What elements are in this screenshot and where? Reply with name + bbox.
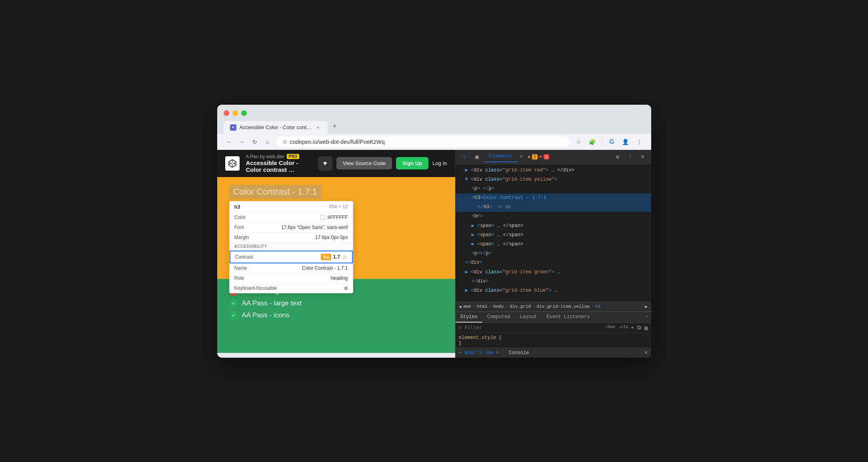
copy-styles-button[interactable]: ⧉ [637, 325, 641, 331]
cls-pseudo-button[interactable]: .cls [618, 325, 628, 331]
breadcrumb-forward[interactable]: ▶ [645, 304, 648, 310]
reload-button[interactable]: ↻ [249, 136, 260, 147]
role-label: Role [234, 275, 244, 281]
html-line[interactable]: <p> </p> [456, 184, 651, 193]
whats-new-button[interactable]: What's new × [465, 350, 499, 356]
contrast-aa-badge: Aa [321, 254, 331, 260]
google-icon[interactable]: G [606, 136, 618, 147]
bottom-close-button[interactable]: × [644, 350, 648, 356]
filter-input[interactable] [465, 325, 602, 331]
contrast-warning-icon: ⚠ [342, 254, 347, 260]
console-button[interactable]: Console [509, 350, 529, 356]
back-button[interactable]: ← [224, 136, 235, 147]
devtools-tabs: Elements » ▲ 2 ■ 1 [484, 151, 610, 162]
page-content: Color Contrast - 1.7:1 h3 454 × 12 Color [217, 177, 455, 353]
login-button[interactable]: Log In [432, 160, 447, 166]
color-value: #FFFFFF [320, 215, 348, 220]
html-line[interactable]: ▶ <span> … </span> [456, 221, 651, 231]
styles-tabs: Styles Computed Layout Event Listeners » [456, 312, 651, 323]
chrome-top: ✦ Accessible Color - Color cont… × + [217, 105, 651, 134]
aa-pass-icons-item: ✓ AA Pass - icons [229, 311, 443, 320]
settings-button[interactable]: ⚙ [612, 151, 623, 162]
aa-pass-icons-text: AA Pass - icons [242, 311, 290, 319]
bottom-bar: ⋯ What's new × Console × [456, 348, 651, 358]
html-line[interactable]: ▶ <div class="grid-item red"> … </div> [456, 166, 651, 175]
devtools-toolbar-right: ⚙ ⋮ ✕ [612, 151, 648, 162]
three-dot-menu[interactable]: ⋯ [459, 350, 462, 356]
add-style-button[interactable]: + [631, 325, 634, 331]
error-count: 1 [544, 154, 549, 159]
devtools-close-button[interactable]: ✕ [638, 151, 648, 162]
cp-title-area: A Pen by web.dev PRO Accessible Color - … [246, 154, 312, 173]
browser-content: A Pen by web.dev PRO Accessible Color - … [217, 150, 651, 358]
extensions-button[interactable]: 🧩 [587, 136, 598, 147]
heart-icon: ♥ [323, 160, 327, 167]
html-line[interactable]: </div> [456, 258, 651, 267]
more-options-button[interactable]: ⋮ [625, 151, 636, 162]
url-bar[interactable]: ⊙ codepen.io/web-dot-dev/full/PoeKzWq [276, 136, 570, 147]
maximize-button[interactable] [241, 110, 247, 116]
contrast-value-group: Aa 1.7 ⚠ [321, 254, 347, 260]
html-line[interactable]: ▶ <span> … </span> [456, 231, 651, 240]
cp-actions: ♥ View Source Code Sign Up Log In [318, 156, 447, 171]
styles-tabs-more[interactable]: » [642, 312, 651, 323]
breadcrumb-back[interactable]: ◀ [459, 304, 462, 310]
margin-label: Margin [234, 235, 249, 240]
tab-styles[interactable]: Styles [456, 312, 482, 323]
hover-pseudo-button[interactable]: :hov [605, 325, 615, 331]
lock-icon: ⊙ [283, 139, 287, 145]
profile-button[interactable]: 👤 [620, 136, 631, 147]
html-line[interactable]: ▼ <div class="grid-item yellow"> [456, 175, 651, 184]
active-tab[interactable]: ✦ Accessible Color - Color cont… × [224, 121, 328, 134]
sidebar-styles-button[interactable]: ▤ [644, 325, 648, 331]
address-bar: ← → ↻ ⌂ ⊙ codepen.io/web-dot-dev/full/Po… [217, 134, 651, 150]
tab-computed[interactable]: Computed [482, 312, 515, 323]
margin-row: Margin 17.6px 0px 0px [230, 233, 353, 243]
keyboard-label: Keyboard-focusable [234, 285, 277, 291]
url-text: codepen.io/web-dot-dev/full/PoeKzWq [290, 139, 385, 145]
breadcrumb-body[interactable]: body [493, 304, 504, 309]
tab-event-listeners[interactable]: Event Listeners [542, 312, 595, 323]
tabs-more-button[interactable]: » [517, 151, 526, 162]
minimize-button[interactable] [232, 110, 238, 116]
html-line[interactable]: <br> [456, 212, 651, 221]
heading-highlight: Color Contrast - 1.7:1 [229, 185, 321, 199]
elements-panel[interactable]: ▶ <div class="grid-item red"> … </div> ▼… [456, 164, 651, 302]
element-picker-button[interactable]: ⊹ [459, 151, 470, 162]
whats-new-close-icon[interactable]: × [496, 350, 499, 356]
breadcrumb-divgrid[interactable]: div.grid [510, 304, 531, 309]
breadcrumb-ame[interactable]: ame [463, 304, 471, 309]
html-line[interactable]: ▶ <span> … </span> [456, 240, 651, 249]
tab-layout[interactable]: Layout [515, 312, 542, 323]
device-toolbar-button[interactable]: ▣ [472, 151, 483, 162]
contrast-number: 1.7 [333, 254, 340, 260]
tab-close-button[interactable]: × [315, 124, 321, 131]
name-value: Color Contrast - 1.7:1 [302, 265, 348, 271]
html-line-h3-close[interactable]: </h3> == $0 [456, 203, 651, 212]
breadcrumb-bar: ◀ ame › html › body › div.grid › div.gri… [456, 302, 651, 312]
cp-pro-badge: PRO [287, 154, 300, 159]
menu-button[interactable]: ⋮ [634, 136, 645, 147]
view-source-button[interactable]: View Source Code [336, 157, 392, 169]
breadcrumb-h3[interactable]: h3 [595, 304, 600, 309]
aa-pass-large-text: AA Pass - large text [242, 299, 302, 307]
heart-button[interactable]: ♥ [318, 156, 332, 171]
signup-button[interactable]: Sign Up [396, 157, 428, 169]
breadcrumb-html[interactable]: html [477, 304, 487, 309]
name-label: Name [234, 265, 247, 271]
new-tab-button[interactable]: + [328, 119, 342, 134]
breadcrumb-divgriditem[interactable]: div.grid-item.yellow [537, 304, 590, 309]
html-line[interactable]: ▶ <div class="grid-item blue"> … [456, 286, 651, 295]
html-line-selected[interactable]: <h3>Color Contrast – 1.7:1 [456, 193, 651, 203]
forward-button[interactable]: → [236, 136, 248, 147]
html-line[interactable]: ▶ <div class="grid-item green"> … [456, 268, 651, 277]
devtools-panel: ⊹ ▣ Elements » ▲ 2 ■ 1 ⚙ ⋮ ✕ [455, 150, 651, 358]
html-line[interactable]: <p></p> [456, 249, 651, 258]
plus-icon: + [332, 122, 337, 130]
close-button[interactable] [224, 110, 229, 116]
html-line[interactable]: </div> [456, 277, 651, 286]
bookmark-button[interactable]: ☆ [573, 136, 584, 147]
color-row: Color #FFFFFF [230, 213, 353, 223]
home-button[interactable]: ⌂ [262, 136, 273, 147]
tab-elements[interactable]: Elements [484, 151, 517, 162]
